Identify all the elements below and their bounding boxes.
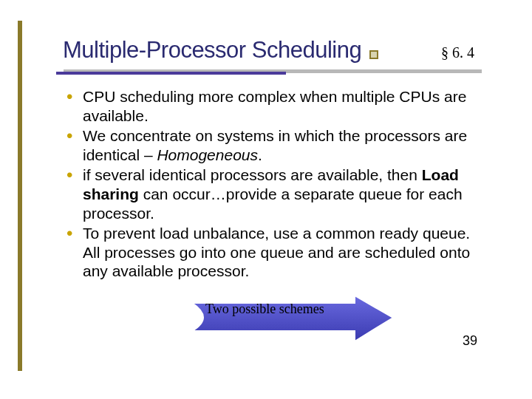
callout-arrow: Two possible schemes [170,300,399,352]
placeholder-box-icon [369,50,378,59]
bullet-text: can occur…provide a separate queue for e… [83,185,463,222]
bullet-text: To prevent load unbalance, use a common … [83,225,470,279]
slide-title: Multiple-Processor Scheduling [63,37,361,63]
slide-header: Multiple-Processor Scheduling § 6. 4 [63,37,480,64]
bullet-text: . [258,146,262,163]
bullet-item: CPU scheduling more complex when multipl… [66,87,474,125]
bullet-item: We concentrate on systems in which the p… [66,126,474,164]
bullet-italic: Homogeneous [157,146,258,163]
arrow-label: Two possible schemes [205,301,324,317]
page-number: 39 [463,333,477,349]
title-wrap: Multiple-Processor Scheduling [63,37,378,64]
bullet-item: To prevent load unbalance, use a common … [66,224,474,281]
bullet-text: if several identical processors are avai… [83,166,422,183]
underline-purple [56,72,286,75]
bullet-text: CPU scheduling more complex when multipl… [83,88,466,124]
bullet-text: We concentrate on systems in which the p… [83,127,467,163]
title-underline [56,69,482,75]
section-ref: § 6. 4 [441,44,474,61]
slide-body: CPU scheduling more complex when multipl… [66,87,474,282]
bullet-item: if several identical processors are avai… [66,166,474,222]
bullet-list: CPU scheduling more complex when multipl… [66,87,474,281]
slide: Multiple-Processor Scheduling § 6. 4 CPU… [22,15,510,384]
